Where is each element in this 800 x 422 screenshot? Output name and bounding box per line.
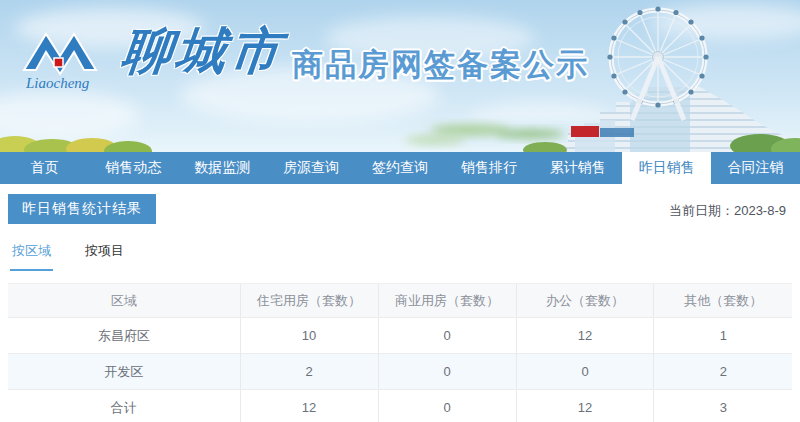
tab-by-region[interactable]: 按区域 bbox=[10, 242, 53, 271]
current-date-value: 2023-8-9 bbox=[734, 203, 786, 218]
cell-region: 东昌府区 bbox=[8, 318, 240, 354]
nav-item-cumulative-sales[interactable]: 累计销售 bbox=[533, 152, 622, 184]
cell-other: 3 bbox=[654, 390, 792, 422]
nav-item-sales-ranking[interactable]: 销售排行 bbox=[444, 152, 533, 184]
main-content: 昨日销售统计结果 当前日期：2023-8-9 按区域 按项目 区域 住宅用房（套… bbox=[0, 184, 800, 422]
current-date: 当前日期：2023-8-9 bbox=[669, 202, 786, 220]
main-nav: 首页 销售动态 数据监测 房源查询 签约查询 销售排行 累计销售 昨日销售 合同… bbox=[0, 152, 800, 184]
stats-table-wrap: 区域 住宅用房（套数） 商业用房（套数） 办公（套数） 其他（套数） 东昌府区 … bbox=[8, 283, 792, 422]
cell-office: 12 bbox=[516, 318, 654, 354]
cell-office: 0 bbox=[516, 354, 654, 390]
nav-item-yesterday-sales[interactable]: 昨日销售 bbox=[622, 152, 711, 184]
cell-region: 合计 bbox=[8, 390, 240, 422]
table-header-row: 区域 住宅用房（套数） 商业用房（套数） 办公（套数） 其他（套数） bbox=[8, 284, 792, 318]
nav-item-contract-cancel[interactable]: 合同注销 bbox=[711, 152, 800, 184]
site-brand: Liaocheng 聊城市 商品房网签备案公示 bbox=[16, 18, 589, 96]
cell-commercial: 0 bbox=[378, 390, 516, 422]
tab-by-project[interactable]: 按项目 bbox=[83, 242, 126, 271]
view-tabs: 按区域 按项目 bbox=[10, 242, 792, 271]
table-row-total: 合计 12 0 12 3 bbox=[8, 390, 792, 422]
nav-item-home[interactable]: 首页 bbox=[0, 152, 89, 184]
nav-item-data-monitor[interactable]: 数据监测 bbox=[178, 152, 267, 184]
cell-other: 1 bbox=[654, 318, 792, 354]
page-title: 昨日销售统计结果 bbox=[8, 194, 156, 224]
col-header-office: 办公（套数） bbox=[516, 284, 654, 318]
building-sign bbox=[571, 126, 599, 137]
cell-other: 2 bbox=[654, 354, 792, 390]
nav-item-sales-trends[interactable]: 销售动态 bbox=[89, 152, 178, 184]
cell-residential: 12 bbox=[240, 390, 378, 422]
col-header-residential: 住宅用房（套数） bbox=[240, 284, 378, 318]
site-title: 商品房网签备案公示 bbox=[292, 44, 589, 86]
col-header-other: 其他（套数） bbox=[654, 284, 792, 318]
current-date-label: 当前日期： bbox=[669, 203, 734, 218]
col-header-commercial: 商业用房（套数） bbox=[378, 284, 516, 318]
col-header-region: 区域 bbox=[8, 284, 240, 318]
stats-table: 区域 住宅用房（套数） 商业用房（套数） 办公（套数） 其他（套数） 东昌府区 … bbox=[8, 283, 792, 422]
nav-item-listing-search[interactable]: 房源查询 bbox=[267, 152, 356, 184]
cell-commercial: 0 bbox=[378, 354, 516, 390]
cell-commercial: 0 bbox=[378, 318, 516, 354]
cell-residential: 10 bbox=[240, 318, 378, 354]
city-name-calligraphy: 聊城市 bbox=[119, 18, 288, 84]
cell-region: 开发区 bbox=[8, 354, 240, 390]
nav-item-contract-search[interactable]: 签约查询 bbox=[356, 152, 445, 184]
header-banner: Liaocheng 聊城市 商品房网签备案公示 bbox=[0, 0, 800, 152]
table-row: 开发区 2 0 0 2 bbox=[8, 354, 792, 390]
logo-script-text: Liaocheng bbox=[25, 75, 90, 91]
cell-office: 12 bbox=[516, 390, 654, 422]
liaocheng-m-logo: Liaocheng bbox=[16, 18, 116, 96]
title-row: 昨日销售统计结果 当前日期：2023-8-9 bbox=[8, 194, 792, 224]
table-row: 东昌府区 10 0 12 1 bbox=[8, 318, 792, 354]
cell-residential: 2 bbox=[240, 354, 378, 390]
